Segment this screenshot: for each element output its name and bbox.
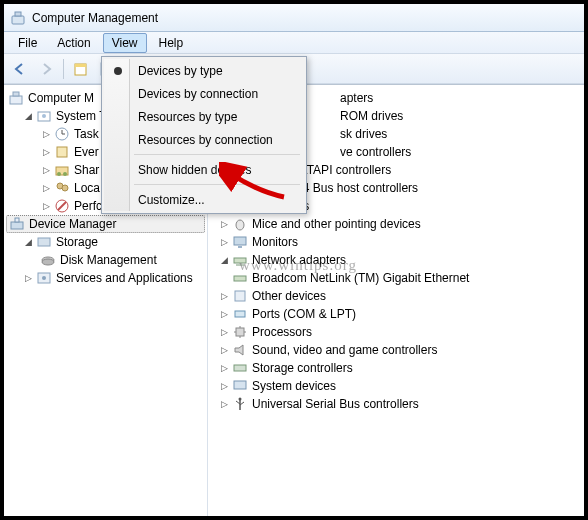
device-system[interactable]: ▷ System devices [216,377,582,395]
tree-disk-mgmt[interactable]: Disk Management [6,251,205,269]
device-processors[interactable]: ▷ Processors [216,323,582,341]
device-manager-icon [9,216,25,232]
computer-mgmt-icon [8,90,24,106]
svg-rect-3 [75,64,86,67]
dd-customize[interactable]: Customize... [104,188,304,211]
expand-icon[interactable]: ◢ [22,110,34,122]
toolbar-separator [63,59,64,79]
dd-resources-by-type[interactable]: Resources by type [104,105,304,128]
task-icon [54,126,70,142]
perf-icon [54,198,70,214]
svg-rect-0 [12,16,24,24]
svg-rect-14 [57,147,67,157]
expand-icon[interactable]: ▷ [218,308,230,320]
tree-services[interactable]: ▷ Services and Applications [6,269,205,287]
tree-device-manager[interactable]: Device Manager [6,215,205,233]
tree-label: Services and Applications [56,271,193,285]
tree-label: Loca [74,181,100,195]
expand-icon[interactable]: ▷ [218,398,230,410]
device-storage-ctl[interactable]: ▷ Storage controllers [216,359,582,377]
expand-icon[interactable]: ▷ [40,200,52,212]
users-icon [54,180,70,196]
tree-label: System T [56,109,106,123]
device-network[interactable]: ◢ Network adapters [216,251,582,269]
dd-label: Resources by connection [138,133,273,147]
menu-file[interactable]: File [10,34,45,52]
cpu-icon [232,324,248,340]
view-dropdown: Devices by type Devices by connection Re… [101,56,307,214]
svg-rect-43 [234,276,246,281]
menu-help[interactable]: Help [151,34,192,52]
dd-label: Resources by type [138,110,237,124]
dd-label: Devices by connection [138,87,258,101]
svg-point-55 [239,398,242,401]
system-tools-icon [36,108,52,124]
properties-button[interactable] [69,57,93,81]
dd-devices-by-connection[interactable]: Devices by connection [104,82,304,105]
expand-icon[interactable]: ▷ [40,128,52,140]
expand-icon[interactable]: ▷ [22,272,34,284]
dd-label: Show hidden devices [138,163,251,177]
expand-icon[interactable]: ▷ [40,164,52,176]
tree-label: Computer M [28,91,94,105]
device-other[interactable]: ▷ Other devices [216,287,582,305]
forward-button[interactable] [34,57,58,81]
device-label: Other devices [252,289,326,303]
dd-devices-by-type[interactable]: Devices by type [104,59,304,82]
dropdown-separator [134,154,300,155]
svg-rect-22 [11,222,23,229]
svg-rect-44 [235,291,245,301]
device-label: Ports (COM & LPT) [252,307,356,321]
device-label: Processors [252,325,312,339]
menu-view[interactable]: View [103,33,147,53]
device-sound[interactable]: ▷ Sound, video and game controllers [216,341,582,359]
expand-icon[interactable]: ▷ [40,182,52,194]
svg-point-28 [42,276,46,280]
dd-label: Devices by type [138,64,223,78]
ports-icon [232,306,248,322]
device-label: Storage controllers [252,361,353,375]
svg-point-19 [62,185,68,191]
device-ports[interactable]: ▷ Ports (COM & LPT) [216,305,582,323]
sound-icon [232,342,248,358]
svg-rect-53 [234,381,246,389]
menu-action[interactable]: Action [49,34,98,52]
shared-icon [54,162,70,178]
svg-point-10 [42,114,46,118]
expand-icon[interactable]: ▷ [218,344,230,356]
device-usb[interactable]: ▷ Universal Serial Bus controllers [216,395,582,413]
dd-resources-by-connection[interactable]: Resources by connection [104,128,304,151]
device-label: Monitors [252,235,298,249]
monitor-icon [232,234,248,250]
svg-rect-46 [236,328,244,336]
tree-label: Task [74,127,99,141]
tree-label: Ever [74,145,99,159]
device-monitors[interactable]: ▷ Monitors [216,233,582,251]
svg-rect-40 [238,246,242,248]
titlebar: Computer Management [4,4,584,32]
expand-icon[interactable]: ▷ [218,290,230,302]
expand-icon[interactable]: ▷ [40,146,52,158]
device-label: Network adapters [252,253,346,267]
expand-icon[interactable]: ◢ [22,236,34,248]
system-dev-icon [232,378,248,394]
back-button[interactable] [8,57,32,81]
device-label: Broadcom NetLink (TM) Gigabit Ethernet [252,271,469,285]
device-broadcom[interactable]: Broadcom NetLink (TM) Gigabit Ethernet [216,269,582,287]
expand-icon[interactable]: ▷ [218,380,230,392]
svg-rect-7 [10,96,22,104]
device-label: Mice and other pointing devices [252,217,421,231]
tree-label: Shar [74,163,99,177]
expand-icon[interactable]: ◢ [218,254,230,266]
tree-storage[interactable]: ◢ Storage [6,233,205,251]
expand-icon[interactable]: ▷ [218,362,230,374]
dd-show-hidden[interactable]: Show hidden devices [104,158,304,181]
expand-icon[interactable]: ▷ [218,218,230,230]
expand-icon[interactable]: ▷ [218,326,230,338]
app-icon [10,10,26,26]
device-mice[interactable]: ▷ Mice and other pointing devices [216,215,582,233]
usb-icon [232,396,248,412]
nic-icon [232,270,248,286]
expand-icon[interactable]: ▷ [218,236,230,248]
mouse-icon [232,216,248,232]
